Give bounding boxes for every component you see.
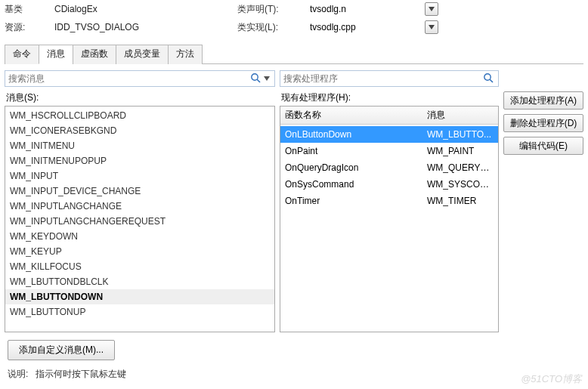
value-class-impl: tvsodlg.cpp	[308, 20, 422, 35]
chevron-down-icon	[264, 76, 270, 81]
table-row[interactable]: OnLButtonDownWM_LBUTTO...	[280, 126, 498, 143]
explain-label: 说明:	[8, 369, 28, 379]
label-class-impl: 类实现(L):	[237, 21, 305, 34]
main-panel: 消息(S): WM_HSCROLLCLIPBOARDWM_ICONERASEBK…	[0, 64, 588, 335]
button-column: 添加处理程序(A) 删除处理程序(D) 编辑代码(E)	[503, 70, 583, 332]
dropdown-class-decl[interactable]	[425, 2, 438, 16]
table-row[interactable]: OnPaintWM_PAINT	[280, 143, 498, 159]
list-item[interactable]: WM_KEYUP	[5, 244, 274, 259]
col-function[interactable]: 函数名称	[280, 107, 422, 124]
list-item[interactable]: WM_KILLFOCUS	[5, 259, 274, 274]
tab-虚函数[interactable]: 虚函数	[73, 45, 116, 64]
bottom-area: 添加自定义消息(M)... 说明: 指示何时按下鼠标左键	[0, 335, 588, 385]
search-handlers[interactable]	[280, 70, 499, 87]
list-item[interactable]: WM_INPUT_DEVICE_CHANGE	[5, 184, 274, 199]
handlers-list[interactable]: 函数名称 消息 OnLButtonDownWM_LBUTTO...OnPaint…	[280, 106, 499, 332]
tab-bar: 命令消息虚函数成员变量方法	[5, 44, 583, 64]
tab-成员变量[interactable]: 成员变量	[116, 45, 169, 64]
search-dropdown[interactable]	[262, 76, 271, 81]
svg-line-3	[490, 79, 493, 82]
form-row-base: 基类 CDialogEx 类声明(T): tvsodlg.n	[5, 0, 583, 18]
top-form: 基类 CDialogEx 类声明(T): tvsodlg.n 资源: IDD_T…	[0, 0, 588, 42]
add-custom-message-button[interactable]: 添加自定义消息(M)...	[8, 340, 115, 360]
label-class-decl: 类声明(T):	[237, 3, 305, 16]
svg-point-0	[252, 73, 258, 79]
search-icon[interactable]	[481, 73, 495, 85]
messages-column: 消息(S): WM_HSCROLLCLIPBOARDWM_ICONERASEBK…	[5, 70, 275, 332]
value-class-decl: tvsodlg.n	[308, 2, 422, 17]
tab-消息[interactable]: 消息	[39, 45, 73, 64]
handlers-label: 现有处理程序(H):	[281, 91, 499, 104]
delete-handler-button[interactable]: 删除处理程序(D)	[503, 114, 583, 132]
svg-point-2	[484, 73, 491, 79]
messages-list[interactable]: WM_HSCROLLCLIPBOARDWM_ICONERASEBKGNDWM_I…	[5, 106, 275, 332]
value-resource: IDD_TVSO_DIALOG	[53, 20, 189, 35]
tab-命令[interactable]: 命令	[5, 45, 39, 64]
list-item[interactable]: WM_INITMENUPOPUP	[5, 153, 274, 168]
list-item[interactable]: WM_KEYDOWN	[5, 229, 274, 244]
dropdown-class-impl[interactable]	[425, 20, 438, 34]
explain-row: 说明: 指示何时按下鼠标左键	[8, 368, 580, 381]
explain-text: 指示何时按下鼠标左键	[36, 369, 126, 379]
add-handler-button[interactable]: 添加处理程序(A)	[503, 91, 583, 110]
list-item[interactable]: WM_LBUTTONDBLCLK	[5, 274, 274, 289]
label-resource: 资源:	[5, 21, 50, 34]
list-item[interactable]: WM_INPUT	[5, 168, 274, 184]
value-base-class: CDialogEx	[53, 2, 189, 17]
form-row-resource: 资源: IDD_TVSO_DIALOG 类实现(L): tvsodlg.cpp	[5, 18, 583, 36]
col-message[interactable]: 消息	[422, 107, 498, 124]
chevron-down-icon	[429, 25, 435, 29]
table-row[interactable]: OnQueryDragIconWM_QUERYD...	[280, 159, 498, 176]
handlers-column: 现有处理程序(H): 函数名称 消息 OnLButtonDownWM_LBUTT…	[280, 70, 499, 332]
table-row[interactable]: OnTimerWM_TIMER	[280, 193, 498, 209]
list-item[interactable]: WM_ICONERASEBKGND	[5, 123, 274, 138]
list-item[interactable]: WM_HSCROLLCLIPBOARD	[5, 108, 274, 123]
list-item[interactable]: WM_LBUTTONDOWN	[5, 289, 274, 304]
list-item[interactable]: WM_INPUTLANGCHANGEREQUEST	[5, 214, 274, 229]
label-base-class: 基类	[5, 3, 50, 16]
search-handlers-input[interactable]	[283, 73, 481, 84]
watermark: @51CTO博客	[521, 372, 582, 386]
list-item[interactable]: WM_INPUTLANGCHANGE	[5, 199, 274, 214]
search-messages[interactable]	[5, 70, 275, 87]
handlers-header: 函数名称 消息	[280, 107, 498, 125]
edit-code-button[interactable]: 编辑代码(E)	[503, 137, 583, 155]
svg-line-1	[257, 79, 260, 82]
tab-方法[interactable]: 方法	[168, 45, 203, 64]
chevron-down-icon	[429, 7, 435, 11]
messages-label: 消息(S):	[6, 91, 275, 104]
table-row[interactable]: OnSysCommandWM_SYSCOM...	[280, 176, 498, 193]
search-icon[interactable]	[249, 73, 262, 85]
list-item[interactable]: WM_LBUTTONUP	[5, 304, 274, 320]
list-item[interactable]: WM_INITMENU	[5, 138, 274, 153]
search-messages-input[interactable]	[8, 73, 249, 84]
